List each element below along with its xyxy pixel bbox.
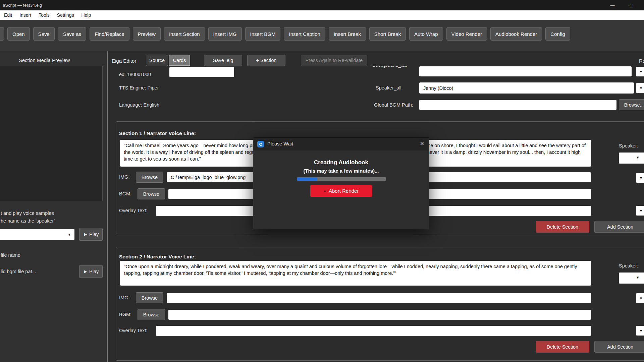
voice-sample-note-line2: he name as the 'speaker'	[1, 218, 55, 224]
bgm-path-input[interactable]	[168, 310, 591, 320]
img-browse-button[interactable]: Browse	[136, 292, 163, 303]
menu-help[interactable]: Help	[77, 10, 95, 20]
dialog-message-line1: Creating Audiobook	[253, 159, 429, 166]
background-all-input[interactable]	[419, 66, 632, 76]
speaker-select[interactable]	[619, 153, 644, 164]
source-mode-button[interactable]: Source	[146, 55, 168, 66]
chevron-down-icon: ▾	[640, 85, 642, 90]
img-label: IMG:	[119, 295, 129, 300]
delete-section-button[interactable]: Delete Section	[536, 221, 589, 233]
panel-splitter[interactable]	[107, 51, 108, 362]
toolbar: New Open Save Save as Find/Replace Previ…	[0, 20, 644, 51]
window-title: aScript — test34.eig	[3, 3, 42, 8]
record-dot-icon: ●	[324, 189, 326, 193]
toolbar-auto-wrap-button[interactable]: Auto Wrap	[409, 27, 443, 41]
abort-render-label: Abort Render	[329, 188, 359, 194]
language-label: Language: English	[119, 102, 159, 108]
img-browse-button[interactable]: Browse	[136, 172, 163, 183]
play-bgm-button[interactable]: ► Play	[79, 265, 103, 278]
save-eig-button[interactable]: Save .eig	[204, 55, 242, 66]
toolbar-insert-break-button[interactable]: Insert Break	[329, 27, 366, 41]
menu-tools[interactable]: Tools	[35, 10, 53, 20]
add-section-header-button[interactable]: + Section	[247, 55, 285, 66]
toolbar-open-button[interactable]: Open	[7, 27, 30, 41]
app-window: aScript — test34.eig — ▢ Edit Insert Too…	[0, 0, 644, 362]
header-cut-label: Re	[639, 58, 644, 64]
progress-fill	[297, 177, 317, 181]
progress-bar	[297, 177, 386, 181]
toolbar-find-replace-button[interactable]: Find/Replace	[90, 27, 129, 41]
maximize-icon: ▢	[630, 3, 634, 8]
maximize-button[interactable]: ▢	[624, 0, 639, 10]
play-voice-button[interactable]: ► Play	[79, 228, 103, 241]
bgm-browse-button[interactable]: Browse	[138, 309, 165, 320]
toolbar-video-render-button[interactable]: Video Render	[446, 27, 487, 41]
chevron-down-icon: ▾	[68, 232, 70, 237]
bgm-label: BGM:	[119, 312, 131, 317]
voice-sample-select[interactable]: ▾	[0, 229, 74, 240]
overlay-text-input[interactable]	[156, 326, 591, 336]
global-bgm-path-label: Global BGM Path:	[374, 102, 413, 108]
resolution-input[interactable]	[169, 67, 234, 77]
toolbar-preview-button[interactable]: Preview	[133, 27, 161, 41]
toolbar-audiobook-render-button[interactable]: Audiobook Render	[490, 27, 542, 41]
toolbar-config-button[interactable]: Config	[545, 27, 570, 41]
section-heading: Section 2 / Narrator Voice Line:	[119, 254, 196, 260]
app-icon	[257, 141, 264, 147]
tts-engine-label: TTS Engine: Piper	[119, 85, 159, 90]
dialog-title: Please Wait	[267, 141, 293, 146]
voice-sample-note-line1: t and play voice samples	[1, 210, 54, 216]
narration-textarea[interactable]: "Once upon a midnight dreary, while I po…	[120, 261, 591, 286]
img-file-warning-text: file name	[1, 252, 20, 258]
toolbar-save-button[interactable]: Save	[33, 27, 55, 41]
toolbar-short-break-button[interactable]: Short Break	[369, 27, 406, 41]
bgm-label: BGM:	[119, 191, 131, 196]
speaker-all-label: Speaker_all:	[376, 85, 403, 90]
add-section-button[interactable]: Add Section	[594, 221, 644, 233]
bgm-path-warning-text: lid bgm file pat...	[1, 269, 36, 274]
sidebar-title: Section Media Preview	[0, 57, 89, 63]
dropdown-arrow-button[interactable]: ▾	[636, 83, 644, 93]
toolbar-insert-img-button[interactable]: Insert IMG	[208, 27, 242, 41]
media-preview-area	[0, 66, 103, 201]
dialog-titlebar: Please Wait ✕	[253, 138, 429, 150]
img-label: IMG:	[119, 174, 129, 180]
toolbar-new-button[interactable]: New	[0, 27, 4, 41]
resolution-hint-label: ex: 1800x1000	[119, 72, 151, 77]
chevron-down-icon: ▾	[640, 69, 642, 74]
toolbar-insert-bgm-button[interactable]: Insert BGM	[245, 27, 281, 41]
revalidate-button[interactable]: Press Again to Re-validate	[301, 55, 367, 66]
menu-insert[interactable]: Insert	[16, 10, 35, 20]
bgm-browse-button[interactable]: Browse	[138, 188, 165, 199]
menubar: Edit Insert Tools Settings Help	[0, 10, 644, 20]
toolbar-insert-caption-button[interactable]: Insert Caption	[284, 27, 325, 41]
titlebar: aScript — test34.eig — ▢	[0, 0, 644, 10]
overlay-text-label: Overlay Text:	[119, 328, 147, 333]
toolbar-save-as-button[interactable]: Save as	[58, 27, 86, 41]
dropdown-arrow-button[interactable]: ▾	[636, 67, 644, 76]
menu-settings[interactable]: Settings	[53, 10, 78, 20]
speaker-all-select[interactable]: Jenny (Dioco)	[419, 82, 634, 94]
cards-mode-button[interactable]: Cards	[169, 55, 190, 66]
chevron-down-icon: ▾	[637, 275, 639, 280]
speaker-select[interactable]	[619, 273, 644, 284]
speaker-label: Speaker:	[619, 263, 638, 268]
add-section-button[interactable]: Add Section	[594, 341, 644, 353]
speaker-label: Speaker:	[619, 143, 638, 148]
close-icon[interactable]: ✕	[420, 140, 424, 147]
dialog-message-line2: (This may take a few minutes)...	[253, 168, 429, 174]
minimize-button[interactable]: —	[605, 0, 620, 10]
minimize-icon: —	[610, 3, 615, 8]
img-path-input[interactable]	[167, 293, 591, 303]
please-wait-dialog: Please Wait ✕ Creating Audiobook (This m…	[253, 137, 429, 229]
abort-render-button[interactable]: ● Abort Render	[310, 185, 372, 197]
global-bgm-path-input[interactable]	[419, 100, 616, 110]
section-heading: Section 1 / Narrator Voice Line:	[119, 130, 196, 136]
overlay-text-label: Overlay Text:	[119, 208, 147, 213]
delete-section-button[interactable]: Delete Section	[536, 341, 589, 353]
toolbar-insert-section-button[interactable]: Insert Section	[164, 27, 205, 41]
global-bgm-browse-button[interactable]: Browse...	[619, 99, 644, 110]
editor-title: Eiga Editor	[112, 58, 136, 64]
chevron-down-icon: ▾	[637, 155, 639, 160]
menu-edit[interactable]: Edit	[0, 10, 16, 20]
